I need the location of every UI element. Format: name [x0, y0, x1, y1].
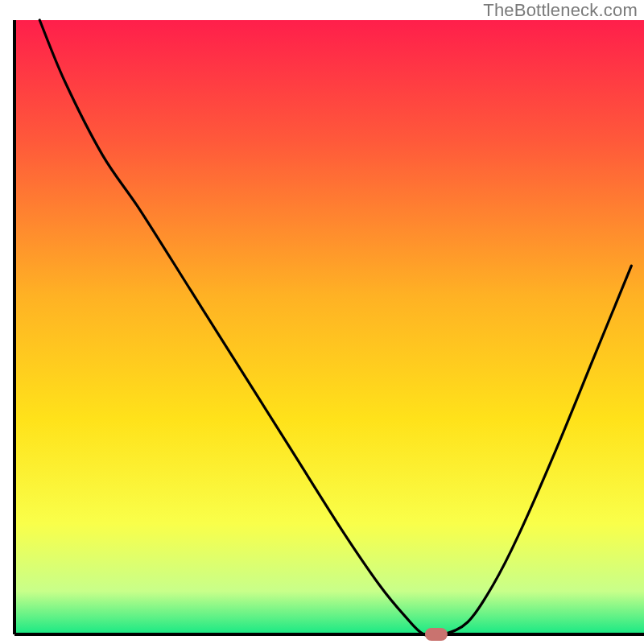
plot-background — [14, 20, 644, 634]
watermark-text: TheBottleneck.com — [483, 0, 638, 21]
bottleneck-chart: TheBottleneck.com — [0, 0, 644, 644]
optimum-marker — [425, 628, 448, 641]
chart-canvas — [0, 0, 644, 644]
